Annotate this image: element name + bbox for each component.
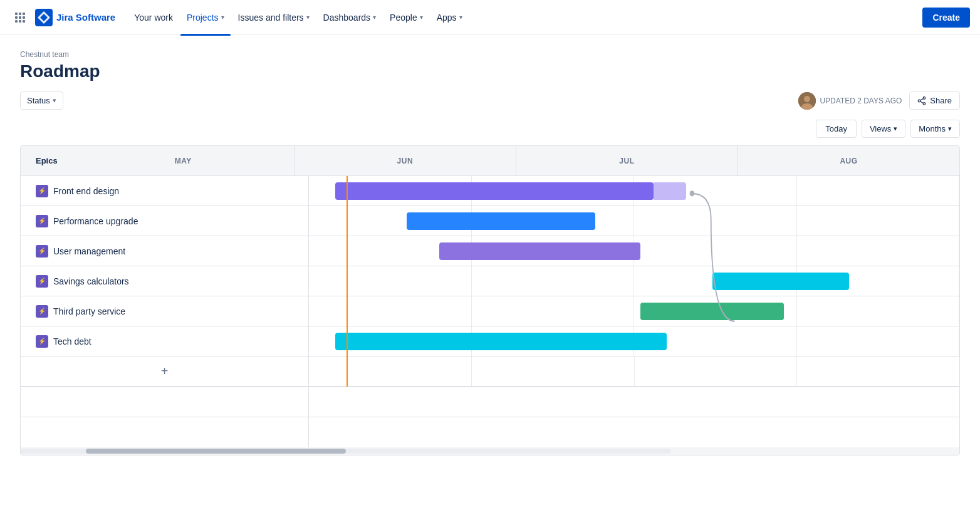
table-row: ⚡ Tech debt — [21, 326, 959, 357]
epic-label-user[interactable]: ⚡ User management — [21, 236, 309, 266]
aug-col[interactable] — [797, 176, 960, 206]
epic-bar-front-end[interactable] — [335, 182, 654, 200]
share-button[interactable]: Share — [909, 91, 960, 110]
svg-rect-7 — [19, 20, 21, 23]
svg-rect-1 — [19, 13, 21, 15]
scrollbar-area — [21, 447, 959, 455]
epic-label-tech-debt[interactable]: ⚡ Tech debt — [21, 326, 309, 356]
table-row: ⚡ Savings calculators — [21, 266, 959, 296]
epic-label-third-party[interactable]: ⚡ Third party service — [21, 296, 309, 326]
epic-bar-perf[interactable] — [407, 212, 595, 230]
timeline-row-add — [309, 357, 959, 386]
table-row: ⚡ Third party service — [21, 296, 959, 326]
nav-logo[interactable]: Jira Software — [35, 9, 115, 26]
create-button[interactable]: Create — [922, 8, 970, 28]
timeline-row-3 — [309, 236, 959, 266]
timeline-header: MAY JUN JUL AUG — [73, 146, 959, 176]
status-filter-button[interactable]: Status ▾ — [20, 91, 63, 110]
epic-label-perf[interactable]: ⚡ Performance upgrade — [21, 206, 309, 236]
epic-bar-front-end-faded — [654, 182, 686, 200]
page-title: Roadmap — [20, 61, 960, 81]
grid-icon[interactable] — [10, 8, 30, 28]
svg-rect-8 — [23, 20, 25, 23]
epic-icon: ⚡ — [36, 275, 48, 288]
nav-item-people[interactable]: People ▾ — [383, 8, 429, 28]
scrollbar-thumb[interactable] — [86, 449, 346, 454]
epic-icon: ⚡ — [36, 245, 48, 258]
epic-icon: ⚡ — [36, 335, 48, 348]
page-content: Chestnut teamRoadmap Status ▾ UPDATED 2 … — [0, 35, 980, 456]
roadmap-container: Epics MAY JUN JUL AUG ⚡ Front end design — [20, 145, 960, 456]
month-may: MAY — [73, 146, 295, 175]
timeline-row-4 — [309, 266, 959, 296]
month-jul: JUL — [516, 146, 738, 175]
nav-item-projects[interactable]: Projects ▾ — [180, 8, 231, 28]
svg-rect-4 — [19, 16, 21, 19]
avatar — [798, 92, 816, 110]
svg-point-15 — [918, 100, 920, 102]
nav-item-issues[interactable]: Issues and filters ▾ — [232, 8, 316, 28]
epic-label-savings[interactable]: ⚡ Savings calculators — [21, 266, 309, 296]
svg-point-11 — [804, 96, 810, 102]
epic-name: Third party service — [53, 306, 125, 316]
epic-bar-tech-debt[interactable] — [335, 333, 667, 350]
nav-items: Your work Projects ▾ Issues and filters … — [128, 8, 917, 28]
add-epic-button[interactable]: + — [36, 357, 293, 386]
epics-column-header: Epics — [21, 146, 73, 176]
share-icon — [917, 96, 926, 105]
svg-line-17 — [920, 101, 923, 103]
chevron-down-icon: ▾ — [948, 125, 952, 133]
empty-rows-area — [21, 387, 959, 447]
logo-text: Jira Software — [56, 12, 115, 23]
nav-item-apps[interactable]: Apps ▾ — [430, 8, 469, 28]
chevron-down-icon: ▾ — [53, 96, 56, 105]
svg-point-14 — [923, 102, 925, 105]
timeline-row-6 — [309, 326, 959, 356]
epic-icon: ⚡ — [36, 185, 48, 197]
toolbar: Status ▾ UPDATED 2 DAYS AGO — [20, 91, 960, 110]
chevron-down-icon: ▾ — [306, 14, 310, 21]
breadcrumb: Chestnut team — [20, 50, 960, 59]
timeline-row-1 — [309, 176, 959, 206]
table-row: ⚡ Front end design — [21, 176, 959, 206]
epic-name: Performance upgrade — [53, 216, 138, 226]
epic-rows: ⚡ Front end design ⚡ Per — [21, 176, 959, 387]
epic-bar-third-party[interactable] — [640, 303, 783, 320]
timeline-row-5 — [309, 296, 959, 326]
empty-row — [21, 417, 959, 447]
today-line — [347, 176, 348, 387]
table-row: ⚡ Performance upgrade — [21, 206, 959, 236]
svg-rect-2 — [23, 13, 25, 15]
top-navigation: Jira Software Your work Projects ▾ Issue… — [0, 0, 980, 35]
epic-bar-savings[interactable] — [712, 273, 849, 290]
svg-rect-6 — [15, 20, 18, 23]
chevron-down-icon: ▾ — [459, 14, 462, 21]
epic-icon: ⚡ — [36, 305, 48, 318]
epic-icon: ⚡ — [36, 215, 48, 227]
epic-bar-user[interactable] — [439, 242, 641, 260]
month-jun: JUN — [295, 146, 516, 175]
timeline-row-2 — [309, 206, 959, 236]
nav-item-your-work[interactable]: Your work — [128, 8, 179, 28]
add-epic-label: + — [21, 357, 309, 386]
chevron-down-icon: ▾ — [221, 14, 224, 21]
months-button[interactable]: Months ▾ — [910, 120, 960, 138]
svg-rect-5 — [23, 16, 25, 19]
svg-rect-0 — [15, 13, 18, 15]
nav-item-dashboards[interactable]: Dashboards ▾ — [317, 8, 383, 28]
epic-name: Savings calculators — [53, 276, 129, 286]
roadmap-header: Epics MAY JUN JUL AUG — [21, 146, 959, 176]
epic-name: User management — [53, 246, 125, 256]
table-row: ⚡ User management — [21, 236, 959, 266]
add-epic-row: + — [21, 357, 959, 387]
today-button[interactable]: Today — [816, 120, 857, 138]
epic-name: Tech debt — [53, 336, 91, 346]
views-button[interactable]: Views ▾ — [862, 120, 905, 138]
updated-label: UPDATED 2 DAYS AGO — [820, 96, 902, 105]
scrollbar-track[interactable] — [21, 449, 671, 454]
epic-label-front-end[interactable]: ⚡ Front end design — [21, 176, 309, 206]
svg-point-13 — [923, 96, 925, 99]
chevron-down-icon: ▾ — [894, 125, 897, 133]
chevron-down-icon: ▾ — [373, 14, 376, 21]
svg-line-16 — [920, 98, 923, 100]
